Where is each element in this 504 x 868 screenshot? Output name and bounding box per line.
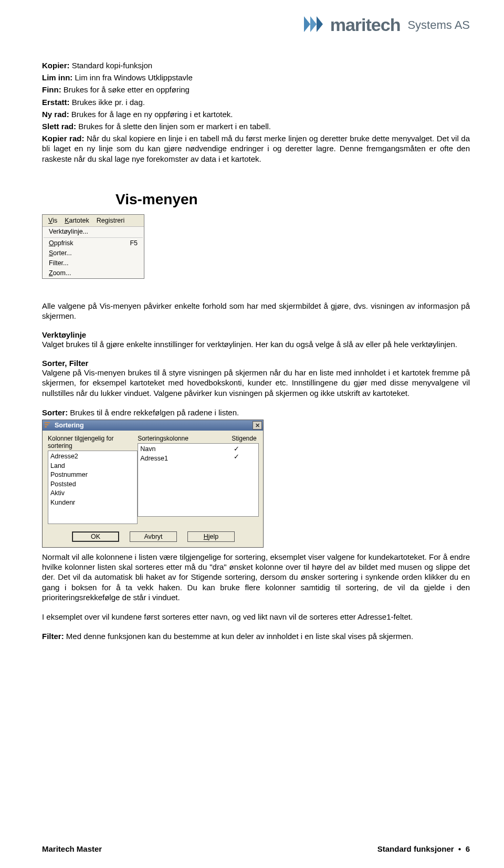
erstatt-label: Erstatt: <box>42 98 70 107</box>
kopierrad-text: Når du skal kopiere en linje i en tabell… <box>42 134 470 163</box>
checkbox-checked-icon[interactable]: ✓ <box>234 445 256 453</box>
close-button[interactable]: ✕ <box>253 421 262 430</box>
list-item[interactable]: Aktiv <box>50 489 135 498</box>
close-icon: ✕ <box>255 422 260 429</box>
intro-block: Kopier: Standard kopi-funksjon Lim inn: … <box>42 60 470 164</box>
help-button[interactable]: Hjelp <box>187 531 235 542</box>
sort-icon <box>45 422 52 430</box>
nyrad-label: Ny rad: <box>42 110 69 119</box>
menu-item-label: Filter... <box>49 259 69 267</box>
ascending-label: Stigende <box>232 435 259 442</box>
sorter-text: Brukes til å endre rekkefølgen på radene… <box>68 408 239 417</box>
dialog-titlebar: Sortering ✕ <box>43 420 263 431</box>
page-header: maritech Systems AS <box>42 15 470 35</box>
liminn-label: Lim inn: <box>42 73 72 82</box>
ascending-column: ✓ ✓ <box>232 443 259 517</box>
menu-item-zoom[interactable]: Zoom... <box>43 268 144 278</box>
sorter-label: Sorter: <box>42 408 68 417</box>
footer-left: Maritech Master <box>42 844 102 853</box>
subhead-verktoylinje: Verktøylinje <box>42 330 470 339</box>
list-item[interactable]: Adresse1 <box>140 454 229 464</box>
menu-kartotek[interactable]: Kartotek <box>61 216 93 225</box>
section-title-vis-menyen: Vis-menyen <box>116 191 470 208</box>
list-item[interactable]: Kundenr <box>50 498 135 508</box>
ok-button[interactable]: OK <box>72 531 119 542</box>
para-normalt: Normalt vil alle kolonnene i listen være… <box>42 552 470 602</box>
list-item[interactable]: Poststed <box>50 480 135 489</box>
kopier-text: Standard kopi-funksjon <box>70 61 153 70</box>
para-sorter-filter: Valgene på Vis-menyen brukes til å styre… <box>42 368 470 398</box>
checkbox-checked-icon[interactable]: ✓ <box>234 453 256 461</box>
vis-menu-figure: Vis Kartotek Registreri Verktøylinje... … <box>42 214 144 279</box>
menu-divider <box>44 237 143 238</box>
menu-item-label: Sorter... <box>49 249 72 257</box>
page-number: 6 <box>466 844 470 853</box>
available-label: Kolonner tilgjengelig for sortering <box>48 435 138 449</box>
list-item[interactable]: Navn <box>140 445 229 454</box>
menu-item-shortcut: F5 <box>130 239 138 247</box>
menu-dropdown: Verktøylinje... Oppfrisk F5 Sorter... Fi… <box>43 226 144 278</box>
para-eksemplet: I eksemplet over vil kundene først sorte… <box>42 612 470 622</box>
selected-listbox[interactable]: Navn Adresse1 <box>138 443 232 517</box>
list-item[interactable]: Postnummer <box>50 470 135 480</box>
sortering-dialog: Sortering ✕ Kolonner tilgjengelig for so… <box>42 420 264 548</box>
para-vis-intro: Alle valgene på Vis-menyen påvirker enke… <box>42 301 470 321</box>
menu-vis[interactable]: Vis <box>45 216 61 225</box>
slettrad-label: Slett rad: <box>42 122 76 131</box>
erstatt-text: Brukes ikke pr. i dag. <box>70 98 145 107</box>
logo-icon <box>303 16 326 34</box>
liminn-text: Lim inn fra Windows Utklippstavle <box>72 73 192 82</box>
dialog-title: Sortering <box>55 422 84 429</box>
menu-item-verktoylinje[interactable]: Verktøylinje... <box>43 227 144 237</box>
menu-item-oppfrisk[interactable]: Oppfrisk F5 <box>43 238 144 248</box>
filter-label: Filter: <box>42 632 64 641</box>
menu-item-sorter[interactable]: Sorter... <box>43 248 144 258</box>
brand-text: maritech <box>330 15 401 35</box>
kopierrad-label: Kopier rad: <box>42 134 84 143</box>
page-footer: Maritech Master Standard funksjoner ● 6 <box>42 844 470 853</box>
menu-item-filter[interactable]: Filter... <box>43 258 144 268</box>
footer-right-text: Standard funksjoner <box>377 844 454 853</box>
finn-text: Brukes for å søke etter en oppføring <box>61 85 190 94</box>
filter-text: Med denne funksjonen kan du bestemme at … <box>64 632 413 641</box>
menu-item-label: Oppfrisk <box>49 239 74 247</box>
svg-rect-1 <box>45 424 48 425</box>
list-item[interactable]: Adresse2 <box>50 452 135 462</box>
company-text: Systems AS <box>407 18 470 32</box>
bullet-icon: ● <box>458 846 461 852</box>
cancel-button[interactable]: Avbryt <box>130 531 177 542</box>
menu-bar: Vis Kartotek Registreri <box>43 215 144 226</box>
menu-item-label: Verktøylinje... <box>49 228 88 235</box>
finn-label: Finn: <box>42 85 61 94</box>
kopier-label: Kopier: <box>42 61 70 70</box>
svg-rect-0 <box>45 422 50 423</box>
para-verktoylinje: Valget brukes til å gjøre enkelte innsti… <box>42 339 470 349</box>
slettrad-text: Brukes for å slette den linjen som er ma… <box>76 122 271 131</box>
subhead-sorter-filter: Sorter, Filter <box>42 359 470 368</box>
menu-registreri[interactable]: Registreri <box>93 216 129 225</box>
menu-item-label: Zoom... <box>49 269 71 277</box>
selected-label: Sorteringskolonne <box>138 435 232 442</box>
nyrad-text: Brukes for å lage en ny oppføring i et k… <box>69 110 233 119</box>
svg-rect-2 <box>45 426 47 427</box>
available-listbox[interactable]: Adresse2 Land Postnummer Poststed Aktiv … <box>48 451 138 524</box>
list-item[interactable]: Land <box>50 462 135 471</box>
